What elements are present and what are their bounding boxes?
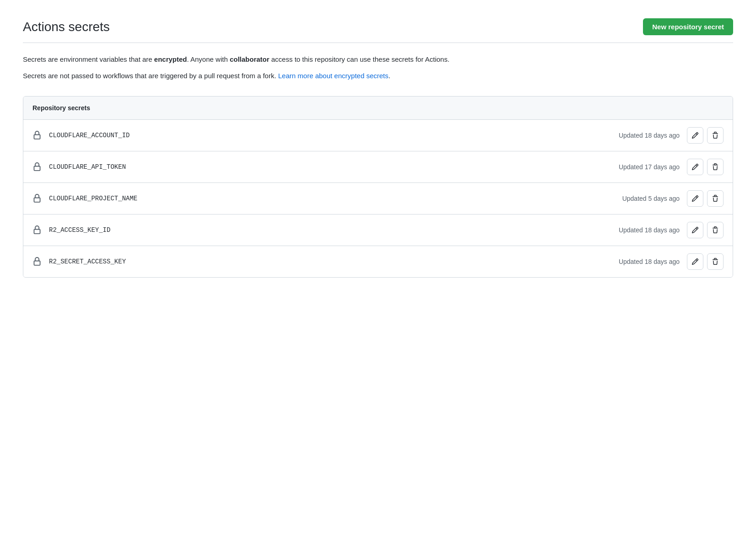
pencil-icon xyxy=(691,163,699,171)
secret-updated: Updated 18 days ago xyxy=(619,258,680,265)
description-bold-collaborator: collaborator xyxy=(230,55,270,63)
description-middle: . Anyone with xyxy=(187,55,230,63)
learn-more-link[interactable]: Learn more about encrypted secrets xyxy=(278,72,389,80)
secret-name: CLOUDFLARE_PROJECT_NAME xyxy=(49,195,622,202)
action-buttons xyxy=(687,127,724,144)
lock-icon xyxy=(32,194,42,203)
secret-row: R2_ACCESS_KEY_ID Updated 18 days ago xyxy=(23,215,733,246)
description-bold-encrypted: encrypted xyxy=(154,55,187,63)
trash-icon xyxy=(712,132,719,139)
secret-updated: Updated 5 days ago xyxy=(622,195,680,202)
action-buttons xyxy=(687,253,724,270)
description-prefix: Secrets are environment variables that a… xyxy=(23,55,154,63)
action-buttons xyxy=(687,159,724,175)
edit-secret-button[interactable] xyxy=(687,253,703,270)
edit-secret-button[interactable] xyxy=(687,127,703,144)
delete-secret-button[interactable] xyxy=(707,253,724,270)
secrets-rows: CLOUDFLARE_ACCOUNT_ID Updated 18 days ag… xyxy=(23,120,733,277)
secret-row: CLOUDFLARE_PROJECT_NAME Updated 5 days a… xyxy=(23,183,733,215)
action-buttons xyxy=(687,190,724,207)
lock-icon xyxy=(32,257,42,266)
lock-icon xyxy=(32,131,42,140)
trash-icon xyxy=(712,258,719,265)
action-buttons xyxy=(687,222,724,238)
trash-icon xyxy=(712,195,719,202)
secret-name: R2_ACCESS_KEY_ID xyxy=(49,226,619,234)
description-encrypted: Secrets are environment variables that a… xyxy=(23,54,733,65)
new-secret-button[interactable]: New repository secret xyxy=(643,18,733,35)
table-header: Repository secrets xyxy=(23,97,733,120)
edit-secret-button[interactable] xyxy=(687,222,703,238)
pencil-icon xyxy=(691,195,699,202)
lock-icon xyxy=(32,225,42,235)
description-suffix: access to this repository can use these … xyxy=(270,55,450,63)
pencil-icon xyxy=(691,132,699,139)
secrets-table: Repository secrets CLOUDFLARE_ACCOUNT_ID… xyxy=(23,96,733,278)
delete-secret-button[interactable] xyxy=(707,190,724,207)
pencil-icon xyxy=(691,226,699,234)
secret-name: CLOUDFLARE_API_TOKEN xyxy=(49,163,619,171)
page-header: Actions secrets New repository secret xyxy=(23,18,733,35)
secret-updated: Updated 18 days ago xyxy=(619,226,680,234)
secret-name: CLOUDFLARE_ACCOUNT_ID xyxy=(49,132,619,139)
secret-updated: Updated 17 days ago xyxy=(619,163,680,171)
trash-icon xyxy=(712,226,719,234)
secret-row: CLOUDFLARE_API_TOKEN Updated 17 days ago xyxy=(23,151,733,183)
delete-secret-button[interactable] xyxy=(707,222,724,238)
description-fork: Secrets are not passed to workflows that… xyxy=(23,70,733,81)
table-header-label: Repository secrets xyxy=(32,104,90,112)
delete-secret-button[interactable] xyxy=(707,127,724,144)
secret-row: R2_SECRET_ACCESS_KEY Updated 18 days ago xyxy=(23,246,733,277)
pencil-icon xyxy=(691,258,699,265)
delete-secret-button[interactable] xyxy=(707,159,724,175)
edit-secret-button[interactable] xyxy=(687,190,703,207)
edit-secret-button[interactable] xyxy=(687,159,703,175)
page-title: Actions secrets xyxy=(23,20,110,34)
header-divider xyxy=(23,43,733,43)
description-fork-text: Secrets are not passed to workflows that… xyxy=(23,72,278,80)
description-fork-period: . xyxy=(389,72,390,80)
secret-row: CLOUDFLARE_ACCOUNT_ID Updated 18 days ag… xyxy=(23,120,733,151)
secret-updated: Updated 18 days ago xyxy=(619,132,680,139)
trash-icon xyxy=(712,163,719,171)
secret-name: R2_SECRET_ACCESS_KEY xyxy=(49,258,619,265)
lock-icon xyxy=(32,162,42,172)
